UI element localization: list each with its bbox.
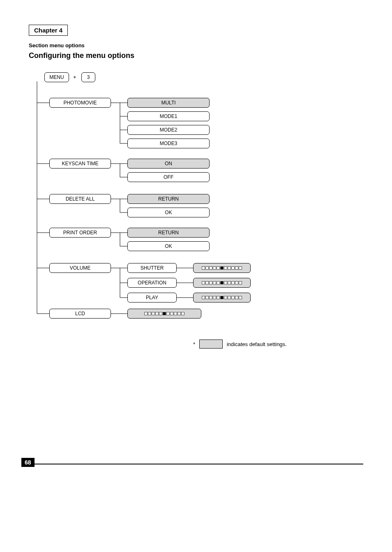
opt-mode2: MODE2 bbox=[127, 125, 210, 135]
opt-mode3: MODE3 bbox=[127, 139, 210, 148]
node-printorder: PRINT ORDER bbox=[49, 228, 111, 238]
node-delete: DELETE ALL bbox=[49, 194, 111, 204]
menu-tree-diagram: MENU + 3 PHOTOMOVIE MULTI MODE1 MODE2 MO… bbox=[29, 69, 349, 357]
opt-vol-shutter: SHUTTER bbox=[127, 263, 177, 273]
node-photomovie: PHOTOMOVIE bbox=[49, 98, 111, 108]
section-label: Section menu options bbox=[29, 42, 85, 49]
slider-shutter bbox=[193, 263, 251, 273]
opt-print-return: RETURN bbox=[127, 228, 210, 238]
button-3: 3 bbox=[81, 72, 95, 82]
opt-keyscan-on: ON bbox=[127, 159, 210, 169]
default-note: * indicates default settings. bbox=[193, 340, 287, 349]
node-volume: VOLUME bbox=[49, 263, 111, 273]
menu-button: MENU bbox=[44, 72, 69, 82]
node-keyscan: KEYSCAN TIME bbox=[49, 159, 111, 169]
opt-print-ok: OK bbox=[127, 241, 210, 251]
slider-lcd bbox=[127, 309, 201, 319]
node-lcd: LCD bbox=[49, 309, 111, 319]
opt-mode1: MODE1 bbox=[127, 111, 210, 121]
slider-play bbox=[193, 293, 251, 303]
page-number: 68 bbox=[21, 458, 35, 467]
opt-delete-ok: OK bbox=[127, 208, 210, 217]
opt-vol-play: PLAY bbox=[127, 293, 177, 303]
section-chapter: Chapter 4 bbox=[34, 27, 62, 34]
page-title: Configuring the menu options bbox=[29, 51, 363, 60]
opt-delete-return: RETURN bbox=[127, 194, 210, 204]
opt-keyscan-off: OFF bbox=[127, 172, 210, 182]
plus-icon: + bbox=[73, 74, 76, 80]
opt-multi: MULTI bbox=[127, 98, 210, 108]
opt-vol-operation: OPERATION bbox=[127, 278, 177, 288]
slider-operation bbox=[193, 278, 251, 288]
